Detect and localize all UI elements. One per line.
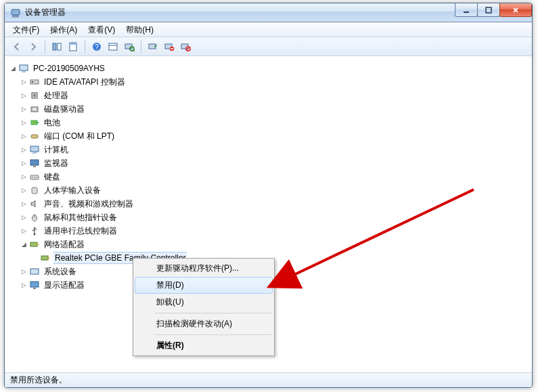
disable-button[interactable] — [177, 39, 194, 54]
maximize-button[interactable] — [477, 3, 500, 17]
menubar: 文件(F) 操作(A) 查看(V) 帮助(H) — [5, 22, 532, 37]
expand-icon[interactable]: ▷ — [18, 131, 29, 141]
tree-node-hid[interactable]: ▷ 人体学输入设备 — [7, 183, 532, 197]
help-button[interactable]: ? — [89, 39, 105, 54]
expand-icon[interactable]: ▷ — [18, 266, 29, 277]
svg-rect-50 — [30, 282, 39, 287]
node-label: 人体学输入设备 — [43, 184, 102, 197]
node-label: 处理器 — [43, 89, 70, 102]
node-label: 电池 — [43, 116, 62, 129]
scan-hardware-button[interactable] — [121, 39, 137, 54]
expand-icon[interactable]: ▷ — [18, 225, 29, 236]
expand-icon[interactable]: ▷ — [18, 212, 29, 223]
svg-rect-23 — [22, 71, 26, 72]
ctx-update-driver[interactable]: 更新驱动程序软件(P)... — [135, 260, 273, 277]
tree-node-monitor[interactable]: ▷ 监视器 — [7, 156, 532, 170]
tree-node-keyboard[interactable]: ▷ 键盘 — [7, 170, 532, 183]
show-hide-tree-button[interactable] — [49, 39, 65, 54]
tree-node-network-adapters[interactable]: ◢ 网络适配器 — [7, 238, 532, 251]
menu-action[interactable]: 操作(A) — [45, 22, 83, 37]
minimize-button[interactable] — [455, 3, 478, 17]
node-label: PC-20190509AYHS — [32, 63, 106, 74]
menu-file[interactable]: 文件(F) — [7, 22, 45, 37]
svg-rect-46 — [37, 244, 39, 245]
tree-node-usb[interactable]: ▷ 通用串行总线控制器 — [7, 224, 532, 238]
expand-icon[interactable]: ▷ — [18, 144, 29, 155]
expand-icon[interactable]: ▷ — [18, 77, 29, 87]
tree-node-computer[interactable]: ▷ 计算机 — [7, 143, 532, 156]
tree-node-mouse[interactable]: ▷ 鼠标和其他指针设备 — [7, 211, 532, 224]
svg-text:?: ? — [95, 43, 99, 51]
uninstall-button[interactable] — [161, 39, 177, 54]
node-label: 声音、视频和游戏控制器 — [43, 198, 135, 211]
collapse-icon[interactable]: ◢ — [7, 63, 18, 74]
app-icon — [10, 7, 21, 18]
node-label: 鼠标和其他指针设备 — [43, 211, 118, 224]
keyboard-icon — [29, 171, 40, 182]
svg-rect-24 — [30, 80, 39, 84]
svg-rect-2 — [464, 12, 469, 13]
svg-rect-45 — [30, 242, 37, 246]
svg-rect-51 — [33, 288, 36, 289]
status-text: 禁用所选设备。 — [10, 374, 67, 386]
menu-view[interactable]: 查看(V) — [83, 22, 120, 37]
nav-forward-button[interactable] — [25, 39, 41, 54]
tree-node-sound[interactable]: ▷ 声音、视频和游戏控制器 — [7, 197, 532, 211]
tree-node-disk[interactable]: ▷ 磁盘驱动器 — [7, 102, 532, 116]
computer-icon — [18, 63, 29, 74]
disk-icon — [29, 104, 40, 114]
svg-line-14 — [133, 50, 135, 51]
update-driver-button[interactable] — [145, 39, 161, 54]
expand-icon[interactable]: ▷ — [18, 171, 29, 182]
svg-rect-27 — [33, 94, 36, 97]
tree-node-ports[interactable]: ▷ 端口 (COM 和 LPT) — [7, 129, 532, 143]
svg-rect-5 — [58, 43, 61, 50]
expand-icon[interactable]: ▷ — [18, 280, 29, 290]
titlebar[interactable]: 设备管理器 — [5, 3, 532, 22]
expand-icon[interactable]: ▷ — [18, 198, 29, 209]
svg-point-44 — [34, 234, 36, 236]
svg-rect-7 — [70, 43, 76, 45]
menu-help[interactable]: 帮助(H) — [120, 22, 159, 37]
svg-rect-3 — [486, 7, 491, 13]
controller-icon — [29, 77, 40, 87]
tree-node-ide[interactable]: ▷ IDE ATA/ATAPI 控制器 — [7, 75, 532, 89]
node-label: 监视器 — [43, 157, 70, 170]
ctx-properties[interactable]: 属性(R) — [135, 337, 273, 354]
view-button[interactable] — [105, 39, 121, 54]
svg-rect-10 — [109, 43, 117, 50]
svg-rect-25 — [32, 81, 33, 83]
node-label: 通用串行总线控制器 — [43, 225, 118, 238]
mouse-icon — [29, 212, 40, 223]
ctx-uninstall[interactable]: 卸载(U) — [135, 294, 273, 311]
ctx-scan[interactable]: 扫描检测硬件改动(A) — [135, 315, 273, 332]
collapse-icon[interactable]: ◢ — [18, 239, 29, 250]
nav-back-button[interactable] — [9, 39, 25, 54]
node-label: IDE ATA/ATAPI 控制器 — [43, 76, 127, 89]
svg-rect-48 — [47, 257, 49, 259]
svg-rect-36 — [33, 166, 36, 167]
network-icon — [29, 239, 40, 250]
svg-rect-47 — [41, 256, 48, 260]
toolbar-separator — [141, 40, 141, 53]
expand-icon[interactable]: ▷ — [18, 158, 29, 169]
properties-button[interactable] — [65, 39, 81, 54]
expand-icon[interactable]: ▷ — [18, 185, 29, 196]
tree-root[interactable]: ◢ PC-20190509AYHS — [7, 62, 532, 75]
battery-icon — [29, 117, 40, 128]
display-adapter-icon — [29, 280, 40, 290]
expand-icon[interactable]: ▷ — [18, 104, 29, 114]
ctx-disable[interactable]: 禁用(D) — [135, 277, 273, 294]
system-icon — [29, 266, 40, 277]
svg-rect-34 — [32, 152, 37, 154]
context-menu-separator — [155, 313, 271, 313]
svg-point-39 — [34, 177, 35, 178]
tree-node-battery[interactable]: ▷ 电池 — [7, 116, 532, 129]
node-label: 显示适配器 — [43, 279, 86, 292]
expand-icon[interactable]: ▷ — [18, 90, 29, 101]
svg-rect-35 — [30, 160, 39, 165]
expand-icon[interactable]: ▷ — [18, 117, 29, 128]
node-label: 磁盘驱动器 — [43, 103, 86, 116]
tree-node-cpu[interactable]: ▷ 处理器 — [7, 89, 532, 102]
close-button[interactable] — [499, 3, 532, 17]
